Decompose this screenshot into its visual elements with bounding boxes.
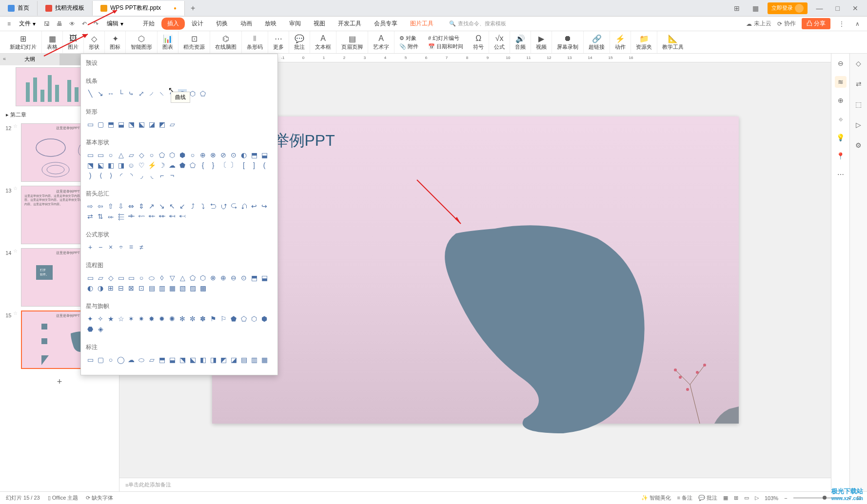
notes-button[interactable]: ≡ 备注 (677, 494, 692, 502)
ribbon-screen-record[interactable]: ⏺屏幕录制 (552, 31, 584, 53)
shape-arrow-1[interactable]: ⇦ (96, 202, 105, 211)
shape-flow-1[interactable]: ▱ (96, 273, 105, 282)
tab-home[interactable]: 首页 (0, 1, 38, 16)
ribbon-hyperlink[interactable]: 🔗超链接 (584, 31, 610, 53)
shape-divide[interactable]: ÷ (117, 243, 125, 252)
tab-start[interactable]: 开始 (137, 18, 160, 30)
adjust-icon[interactable]: ⇄ (853, 78, 865, 90)
shape-basic-1[interactable]: ▭ (96, 151, 105, 159)
shape-star-11[interactable]: ✽ (198, 314, 207, 323)
shape-rect4[interactable]: ⬓ (117, 120, 125, 129)
lightbulb-icon[interactable]: 💡 (835, 132, 847, 143)
collapse-panel-icon[interactable]: « (3, 56, 6, 61)
shape-basic-31[interactable]: 〔 (219, 161, 228, 170)
shape-callout-14[interactable]: ◪ (229, 355, 238, 364)
search-box[interactable]: 🔍 查找命令、搜索模板 (449, 20, 506, 27)
ribbon-resource-folder[interactable]: 📁资源夹 (631, 31, 657, 53)
shape-basic-34[interactable]: ] (250, 161, 258, 170)
shape-callout-11[interactable]: ◧ (198, 355, 207, 364)
shape-basic-33[interactable]: [ (239, 161, 248, 170)
shape-arrow-10[interactable]: ⤴ (188, 202, 197, 211)
shape-basic-7[interactable]: ⬠ (158, 151, 166, 159)
shape-basic-9[interactable]: ⬢ (178, 151, 187, 159)
shape-flow-20[interactable]: ⊞ (106, 284, 115, 292)
shape-flow-28[interactable]: ▨ (188, 284, 197, 292)
shape-basic-8[interactable]: ⬡ (168, 151, 177, 159)
shape-arrow-2[interactable]: ⇧ (106, 202, 115, 211)
shape-arrow-9[interactable]: ↙ (178, 202, 187, 211)
maximize-button[interactable]: □ (832, 4, 844, 12)
shape-basic-25[interactable]: ☽ (158, 161, 166, 170)
shape-basic-42[interactable]: ◟ (147, 171, 156, 180)
shape-star-4[interactable]: ✶ (127, 314, 136, 323)
shape-basic-39[interactable]: ◜ (117, 171, 125, 180)
shape-arrow-3[interactable]: ⇩ (117, 202, 125, 211)
shape-basic-6[interactable]: ○ (147, 151, 156, 159)
shape-basic-30[interactable]: } (209, 161, 217, 170)
shape-basic-29[interactable]: { (198, 161, 207, 170)
shape-rect6[interactable]: ⬕ (137, 120, 146, 129)
view-reading-icon[interactable]: ▭ (744, 495, 749, 501)
ribbon-textbox[interactable]: A文本框 (310, 31, 336, 53)
print-icon[interactable]: 🖶 (54, 19, 65, 29)
shape-line-double-arrow[interactable]: ↔ (106, 89, 115, 98)
shape-line-arrow[interactable]: ↘ (96, 89, 105, 98)
minimize-button[interactable]: — (812, 4, 827, 12)
shape-line[interactable]: ╲ (86, 89, 95, 98)
shape-arrow-15[interactable]: ⮏ (239, 202, 248, 211)
shape-star-14[interactable]: ⬟ (229, 314, 238, 323)
ribbon-header-footer[interactable]: ▤页眉页脚 (336, 31, 368, 53)
shape-flow-21[interactable]: ⊟ (117, 284, 125, 292)
shape-rect5[interactable]: ⬔ (127, 120, 136, 129)
shape-arrow-12[interactable]: ⮌ (209, 202, 217, 211)
ribbon-icon-btn[interactable]: ✦图标 (105, 31, 126, 53)
login-button[interactable]: 立即登录 (768, 2, 808, 14)
shape-callout-6[interactable]: ▱ (147, 355, 156, 364)
shape-flow-0[interactable]: ▭ (86, 273, 95, 282)
shape-star-8[interactable]: ✺ (168, 314, 177, 323)
shape-callout-15[interactable]: ▤ (239, 355, 248, 364)
shape-arrow-21[interactable]: ⬱ (117, 212, 125, 221)
shape-arrow-13[interactable]: ⮍ (219, 202, 228, 211)
shape-multiply[interactable]: × (106, 243, 115, 252)
shape-flow-14[interactable]: ⊖ (229, 273, 238, 282)
ribbon-slidenum[interactable]: # 幻灯片编号 (428, 35, 463, 42)
ribbon-audio[interactable]: 🔊音频 (510, 31, 531, 53)
shape-basic-16[interactable]: ⬒ (250, 151, 258, 159)
shape-arrow-7[interactable]: ↘ (158, 202, 166, 211)
shape-callout-2[interactable]: ○ (106, 355, 115, 364)
shape-elbow[interactable]: └ (117, 89, 125, 98)
shape-basic-27[interactable]: ⬟ (178, 161, 187, 170)
shape-basic-0[interactable]: ▭ (86, 151, 95, 159)
shape-curve1[interactable]: ⟋ (147, 89, 156, 98)
shape-callout-5[interactable]: ⬭ (137, 355, 146, 364)
freeform-shape[interactable] (427, 224, 661, 438)
more-options-icon[interactable]: ⋯ (835, 169, 847, 180)
ribbon-resource[interactable]: ⊡稻壳资源 (178, 31, 210, 53)
share-button[interactable]: 凸 分享 (802, 18, 830, 29)
shape-callout-7[interactable]: ⬒ (158, 355, 166, 364)
tab-transition[interactable]: 切换 (210, 18, 234, 30)
play-icon[interactable]: ▷ (853, 119, 865, 131)
shape-basic-19[interactable]: ⬕ (96, 161, 105, 170)
zoom-handle[interactable] (823, 496, 827, 500)
shape-callout-10[interactable]: ⬕ (188, 355, 197, 364)
shape-basic-5[interactable]: ◇ (137, 151, 146, 159)
ribbon-mindmap[interactable]: ⌬在线脑图 (210, 31, 242, 53)
shape-flow-24[interactable]: ▤ (147, 284, 156, 292)
shape-basic-2[interactable]: ○ (106, 151, 115, 159)
collab-button[interactable]: ⟳ 协作 (777, 19, 796, 28)
shape-basic-15[interactable]: ◐ (239, 151, 248, 159)
shape-snip-rect[interactable]: ⬒ (106, 120, 115, 129)
shape-callout-4[interactable]: ☁ (127, 355, 136, 364)
shape-elbow-double[interactable]: ⤢ (137, 89, 146, 98)
shape-flow-29[interactable]: ▩ (198, 284, 207, 292)
shape-flow-17[interactable]: ⬓ (260, 273, 269, 282)
ribbon-chart[interactable]: 📊图表 (158, 31, 178, 53)
shape-arrow-5[interactable]: ⇕ (137, 202, 146, 211)
ribbon-symbol[interactable]: Ω符号 (468, 31, 489, 53)
selection-icon[interactable]: ⬚ (853, 98, 865, 110)
shape-basic-28[interactable]: ⬠ (188, 161, 197, 170)
shape-star-12[interactable]: ⚑ (209, 314, 217, 323)
shape-star-13[interactable]: ⚐ (219, 314, 228, 323)
